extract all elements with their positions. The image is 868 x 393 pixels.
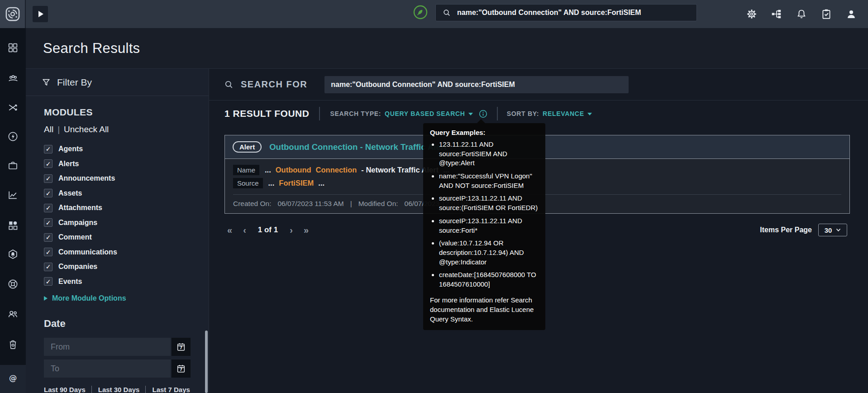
module-checkbox[interactable]: ✓ xyxy=(44,204,52,212)
items-per-page-select[interactable]: 30 xyxy=(818,224,847,236)
sidebar: @ xyxy=(0,28,26,393)
module-filter-item[interactable]: ✓ Assets xyxy=(44,186,200,201)
svg-text:7: 7 xyxy=(180,345,182,350)
highlighted-term: FortiSIEM xyxy=(279,179,314,187)
next-page-button[interactable]: › xyxy=(290,225,293,235)
result-count: 1 RESULT FOUND xyxy=(224,108,309,119)
module-filter-item[interactable]: ✓ Agents xyxy=(44,142,200,157)
notifications-bell-icon[interactable] xyxy=(796,8,807,20)
module-filter-item[interactable]: ✓ Campaigns xyxy=(44,216,200,230)
checkmark-icon: ✓ xyxy=(46,205,51,211)
query-example-item: sourceIP:123.11.22.11 AND source:Forti* xyxy=(439,216,539,235)
support-wheel-icon[interactable] xyxy=(7,278,19,290)
play-expand-icon xyxy=(38,11,43,17)
quick-range-link[interactable]: Last 30 Days xyxy=(91,386,140,393)
quick-range-link[interactable]: Last 7 Days xyxy=(145,386,190,393)
checkmark-icon: ✓ xyxy=(46,220,51,226)
funnel-filter-icon xyxy=(41,77,51,87)
settings-gear-icon[interactable] xyxy=(746,8,758,20)
tasks-clipboard-icon[interactable] xyxy=(820,8,832,20)
app-logo[interactable] xyxy=(0,0,26,28)
data-flow-shuffle-icon[interactable] xyxy=(7,101,19,114)
first-page-button[interactable]: « xyxy=(227,225,232,235)
uncheck-all-link[interactable]: Uncheck All xyxy=(64,125,109,134)
date-from-input[interactable] xyxy=(44,338,171,356)
last-page-button[interactable]: » xyxy=(304,225,309,235)
global-search-input[interactable] xyxy=(457,9,690,17)
case-briefcase-icon[interactable] xyxy=(7,159,19,172)
filter-scrollbar-thumb[interactable] xyxy=(205,331,208,393)
module-checkbox[interactable]: ✓ xyxy=(44,248,52,256)
search-type-dropdown[interactable]: QUERY BASED SEARCH xyxy=(385,110,473,117)
dashboard-icon[interactable] xyxy=(7,42,19,54)
module-filter-item[interactable]: ✓ Announcements xyxy=(44,171,200,186)
date-to-input[interactable] xyxy=(44,359,171,378)
previous-page-button[interactable]: ‹ xyxy=(243,225,246,235)
module-checkbox[interactable]: ✓ xyxy=(44,277,52,286)
mentions-at-icon[interactable]: @ xyxy=(7,372,19,384)
topbar-actions xyxy=(746,0,857,28)
module-label: Campaigns xyxy=(58,219,97,227)
reports-chart-icon[interactable] xyxy=(7,189,19,201)
date-to-calendar-button[interactable]: 7 xyxy=(172,359,191,378)
items-per-page-label: Items Per Page xyxy=(760,226,812,234)
highlighted-term: Connection xyxy=(316,166,357,174)
automation-bolt-icon[interactable] xyxy=(7,130,19,143)
filter-panel: Filter By MODULES All|Uncheck All ✓ Agen… xyxy=(26,69,209,393)
module-filter-item[interactable]: ✓ Events xyxy=(44,274,200,289)
module-checkbox[interactable]: ✓ xyxy=(44,218,52,227)
module-checkbox[interactable]: ✓ xyxy=(44,145,52,153)
module-filter-item[interactable]: ✓ Companies xyxy=(44,259,200,274)
tooltip-footer: For more information refer Search docume… xyxy=(430,295,539,324)
query-example-item: (value:10.7.12.94 OR description:10.7.12… xyxy=(439,239,539,267)
svg-text:@: @ xyxy=(9,374,17,383)
module-select-controls: All|Uncheck All xyxy=(44,125,200,134)
module-filter-item[interactable]: ✓ Comment xyxy=(44,230,200,245)
module-label: Assets xyxy=(58,189,82,197)
module-checkbox[interactable]: ✓ xyxy=(44,159,52,168)
module-label: Announcements xyxy=(58,174,115,182)
divider xyxy=(319,107,320,120)
date-quick-ranges: Last 90 DaysLast 30 DaysLast 7 Days xyxy=(44,386,200,393)
module-filter-item[interactable]: ✓ Attachments xyxy=(44,201,200,216)
sort-by-dropdown[interactable]: RELEVANCE xyxy=(543,110,592,117)
expand-triangle-icon xyxy=(44,296,48,301)
threat-alert-hexagon-icon[interactable] xyxy=(7,248,19,260)
checkmark-icon: ✓ xyxy=(46,190,51,196)
more-module-options-link[interactable]: More Module Options xyxy=(44,294,200,302)
page-status: 1 of 1 xyxy=(258,225,278,235)
query-info-icon[interactable] xyxy=(478,109,488,119)
module-checkbox[interactable]: ✓ xyxy=(44,263,52,271)
search-query-input[interactable] xyxy=(324,76,629,93)
module-checkbox-list: ✓ Agents ✓ Alerts ✓ Announcements xyxy=(44,142,200,289)
select-all-link[interactable]: All xyxy=(44,125,53,134)
module-checkbox[interactable]: ✓ xyxy=(44,174,52,183)
modules-heading: MODULES xyxy=(44,107,200,118)
name-field-chip: Name xyxy=(233,165,259,175)
checkmark-icon: ✓ xyxy=(46,234,51,240)
date-from-calendar-button[interactable]: 7 xyxy=(172,338,191,356)
integrations-sitemap-icon[interactable] xyxy=(771,8,782,20)
modified-on-label: Modified On: xyxy=(358,200,398,208)
search-for-label: SEARCH FOR xyxy=(241,79,307,90)
module-checkbox[interactable]: ✓ xyxy=(44,189,52,197)
query-example-item: createDate:[1684507608000 TO 16845076100… xyxy=(439,270,539,289)
community-users-icon[interactable] xyxy=(7,308,19,320)
module-checkbox[interactable]: ✓ xyxy=(44,233,52,242)
checkmark-icon: ✓ xyxy=(46,249,51,255)
recycle-bin-icon[interactable] xyxy=(7,338,19,350)
result-title-link[interactable]: Outbound Connection - Network Traffic Al… xyxy=(269,142,447,152)
ellipsis: ... xyxy=(265,166,271,174)
module-filter-item[interactable]: ✓ Alerts xyxy=(44,157,200,172)
user-profile-icon[interactable] xyxy=(845,8,857,20)
query-examples-tooltip: Query Examples: 123.11.22.11 AND source:… xyxy=(423,123,545,330)
module-filter-item[interactable]: ✓ Communications xyxy=(44,245,200,260)
widgets-icon[interactable] xyxy=(7,219,19,231)
teams-people-icon[interactable] xyxy=(7,72,19,84)
sidebar-expand-button[interactable] xyxy=(33,6,48,22)
divider xyxy=(497,107,498,120)
module-label: Alerts xyxy=(58,160,79,168)
connector-health-icon[interactable] xyxy=(413,5,428,20)
quick-range-link[interactable]: Last 90 Days xyxy=(44,386,86,393)
global-search[interactable] xyxy=(435,4,697,21)
